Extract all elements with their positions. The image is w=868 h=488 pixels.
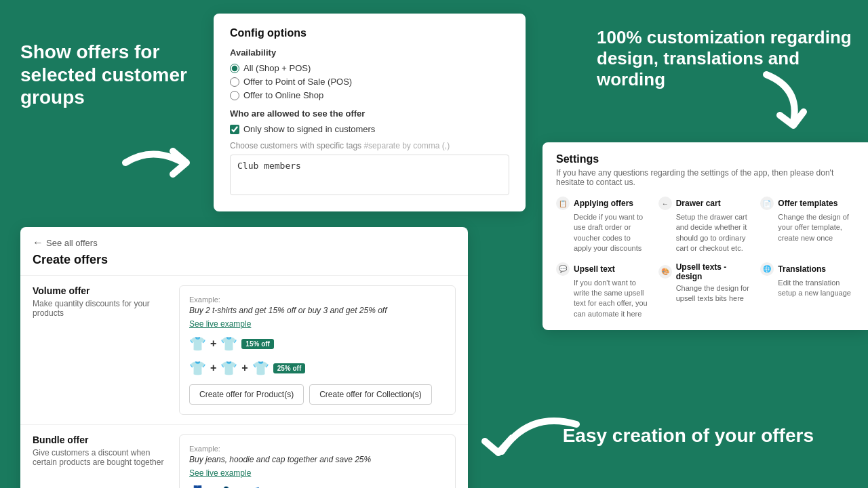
create-offer-products-button[interactable]: Create offer for Product(s)	[189, 384, 304, 405]
plus-icon-2: +	[210, 362, 216, 374]
radio-online[interactable]: Offer to Online Shop	[230, 90, 509, 100]
settings-item-offer-templates[interactable]: 📄 Offer templates Change the design of y…	[760, 197, 854, 254]
tags-row: Choose customers with specific tags #sep…	[230, 141, 509, 150]
volume-offer-section: Volume offer Make quantity discounts for…	[20, 275, 468, 424]
settings-item-translations[interactable]: 🌐 Translations Edit the translation setu…	[760, 262, 854, 320]
shirt-icon-3: 👕	[189, 360, 206, 376]
settings-card: Settings If you have any questions regar…	[542, 142, 868, 330]
volume-offer-title: Volume offer	[33, 285, 168, 296]
bundle-see-live-link[interactable]: See live example	[189, 468, 446, 478]
arrow-bottom-left-icon	[475, 404, 583, 474]
settings-item-drawer-cart[interactable]: ← Drawer cart Setup the drawer cart and …	[658, 197, 753, 254]
bundle-offer-title: Bundle offer	[33, 434, 168, 445]
shirt-icon-2: 👕	[220, 336, 237, 352]
discount-badge-2: 25% off	[273, 363, 306, 373]
bottom-right-heading: Easy creation of your offers	[563, 424, 814, 447]
upsell-text-title: Upsell text	[574, 264, 615, 274]
volume-button-row: Create offer for Product(s) Create offer…	[189, 384, 446, 405]
arrow-down-icon	[746, 68, 814, 138]
bundle-illustration: 👖 + 🧥 + 🧢 25% off	[189, 485, 446, 488]
upsell-design-icon: 🎨	[658, 265, 672, 279]
radio-pos-input[interactable]	[230, 77, 239, 87]
create-offer-collections-button[interactable]: Create offer for Collection(s)	[309, 384, 432, 405]
availability-radio-group: All (Shop + POS) Offer to Point of Sale …	[230, 63, 509, 100]
volume-illustration-2: 👕 + 👕 + 👕 25% off	[189, 360, 446, 376]
settings-subtitle: If you have any questions regarding the …	[556, 168, 854, 187]
volume-example-label: Example:	[189, 296, 446, 304]
tags-input[interactable]: Club members	[230, 155, 509, 195]
top-left-heading: Show offers for selected customer groups	[20, 41, 197, 109]
applying-offers-icon: 📋	[556, 197, 570, 210]
bundle-example-label: Example:	[189, 445, 446, 453]
radio-all-input[interactable]	[230, 64, 239, 73]
cap-icon: 🧢	[247, 485, 264, 488]
applying-offers-title: Applying offers	[574, 199, 633, 208]
discount-badge-1: 15% off	[241, 339, 274, 349]
applying-offers-desc: Decide if you want to use draft order or…	[556, 212, 650, 254]
create-offers-panel: ← See all offers Create offers Volume of…	[20, 227, 468, 488]
bundle-offer-desc: Give customers a discount when certain p…	[33, 448, 168, 467]
translations-title: Translations	[778, 264, 826, 274]
drawer-cart-desc: Setup the drawer cart and decide whether…	[658, 212, 753, 254]
upsell-design-title: Upsell texts - design	[676, 262, 753, 281]
volume-example-text: Buy 2 t-shirts and get 15% off or buy 3 …	[189, 306, 446, 315]
config-card-title: Config options	[230, 27, 509, 39]
radio-all[interactable]: All (Shop + POS)	[230, 63, 509, 73]
settings-item-applying-offers[interactable]: 📋 Applying offers Decide if you want to …	[556, 197, 650, 254]
signed-in-label: Only show to signed in customers	[243, 124, 375, 134]
back-button[interactable]: ← See all offers	[33, 237, 98, 249]
back-arrow-icon: ←	[33, 237, 43, 249]
drawer-cart-icon: ←	[658, 197, 672, 210]
upsell-text-desc: If you don't want to write the same upse…	[556, 278, 650, 320]
top-right-heading: 100% customization regarding design, tra…	[597, 27, 854, 91]
settings-title: Settings	[556, 153, 854, 165]
volume-illustration: 👕 + 👕 15% off	[189, 336, 446, 352]
volume-offer-desc: Make quantity discounts for your product…	[33, 299, 168, 318]
settings-item-upsell-design[interactable]: 🎨 Upsell texts - design Change the desig…	[658, 262, 753, 320]
signed-in-checkbox-row: Only show to signed in customers	[230, 124, 509, 134]
upsell-design-desc: Change the design for upsell texts bits …	[658, 283, 753, 304]
settings-item-upsell-text[interactable]: 💬 Upsell text If you don't want to write…	[556, 262, 650, 320]
translations-desc: Edit the translation setup a new languag…	[760, 278, 854, 299]
volume-offer-right: Example: Buy 2 t-shirts and get 15% off …	[179, 285, 456, 415]
bundle-offer-right: Example: Buy jeans, hoodie and cap toget…	[179, 434, 456, 488]
back-label: See all offers	[46, 238, 98, 248]
drawer-cart-title: Drawer cart	[676, 199, 721, 208]
settings-grid: 📋 Applying offers Decide if you want to …	[556, 197, 854, 319]
arrow-right-icon	[119, 132, 200, 196]
jeans-icon: 👖	[189, 485, 206, 488]
panel-header: ← See all offers	[20, 227, 468, 249]
offer-templates-desc: Change the design of your offer template…	[760, 212, 854, 243]
bundle-offer-left: Bundle offer Give customers a discount w…	[33, 434, 168, 488]
bundle-example-text: Buy jeans, hoodie and cap together and s…	[189, 455, 446, 464]
who-label: Who are allowed to see the offer	[230, 108, 509, 119]
shirt-icon-1: 👕	[189, 336, 206, 352]
signed-in-checkbox[interactable]	[230, 125, 239, 134]
plus-icon: +	[210, 338, 216, 350]
volume-see-live-link[interactable]: See live example	[189, 319, 446, 329]
radio-pos[interactable]: Offer to Point of Sale (POS)	[230, 77, 509, 87]
radio-online-input[interactable]	[230, 91, 239, 100]
panel-title: Create offers	[20, 253, 468, 275]
volume-offer-left: Volume offer Make quantity discounts for…	[33, 285, 168, 415]
availability-label: Availability	[230, 47, 509, 58]
translations-icon: 🌐	[760, 262, 774, 276]
bundle-offer-section: Bundle offer Give customers a discount w…	[20, 424, 468, 488]
shirt-icon-4: 👕	[220, 360, 237, 376]
upsell-text-icon: 💬	[556, 262, 570, 276]
hoodie-icon: 🧥	[218, 485, 235, 488]
offer-templates-icon: 📄	[760, 197, 774, 210]
shirt-icon-5: 👕	[252, 360, 269, 376]
offer-templates-title: Offer templates	[778, 199, 837, 208]
plus-icon-3: +	[241, 362, 248, 374]
config-options-card: Config options Availability All (Shop + …	[214, 14, 526, 211]
